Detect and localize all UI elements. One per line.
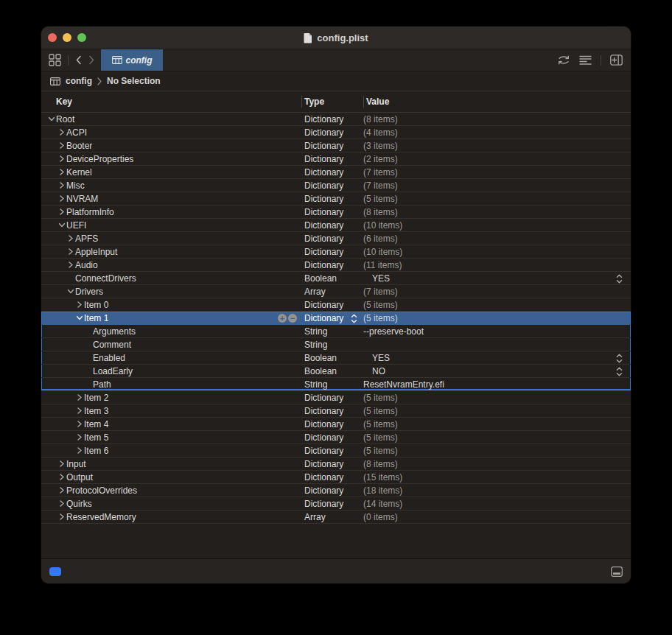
table-row-selected[interactable]: Item 1+−Dictionary(5 items)	[41, 312, 631, 325]
swap-editors-icon[interactable]	[557, 55, 570, 65]
table-row[interactable]: PathStringResetNvramEntry.efi	[41, 378, 631, 391]
disclosure-chevron-collapsed[interactable]	[57, 182, 66, 189]
row-value[interactable]: (3 items)	[363, 141, 398, 151]
row-value[interactable]: (8 items)	[363, 114, 398, 124]
row-type[interactable]: Dictionary	[304, 207, 343, 217]
row-type[interactable]: Dictionary	[304, 446, 343, 456]
row-type[interactable]: Dictionary	[304, 313, 343, 323]
disclosure-chevron-collapsed[interactable]	[75, 407, 84, 414]
column-divider[interactable]	[301, 96, 302, 108]
related-items-grid-icon[interactable]	[49, 54, 61, 66]
filter-accent-chip[interactable]	[49, 567, 61, 576]
row-value[interactable]: YES	[363, 353, 390, 363]
add-row-button[interactable]: +	[278, 314, 287, 323]
row-value[interactable]: (11 items)	[363, 260, 402, 270]
table-row[interactable]: ConnectDriversBooleanYES	[41, 272, 631, 285]
row-value[interactable]: (0 items)	[363, 512, 398, 522]
table-row[interactable]: CommentString	[41, 338, 631, 351]
disclosure-chevron-collapsed[interactable]	[57, 500, 66, 507]
row-type[interactable]: Dictionary	[304, 499, 343, 509]
disclosure-chevron-collapsed[interactable]	[57, 129, 66, 136]
table-row[interactable]: BooterDictionary(3 items)	[41, 139, 631, 152]
row-type[interactable]: Dictionary	[304, 432, 343, 443]
row-value[interactable]: (5 items)	[363, 432, 398, 443]
row-type[interactable]: Dictionary	[304, 114, 343, 124]
row-type[interactable]: Dictionary	[304, 167, 343, 178]
row-value[interactable]: (5 items)	[363, 406, 398, 416]
table-row[interactable]: DevicePropertiesDictionary(2 items)	[41, 152, 631, 166]
row-type[interactable]: Dictionary	[304, 154, 343, 164]
row-value[interactable]: NO	[363, 366, 385, 376]
row-value[interactable]: YES	[363, 273, 390, 284]
disclosure-chevron-expanded[interactable]	[66, 288, 75, 295]
row-value[interactable]: (7 items)	[363, 180, 398, 191]
table-row[interactable]: NVRAMDictionary(5 items)	[41, 192, 631, 206]
row-value[interactable]: (5 items)	[363, 313, 398, 323]
forward-chevron-icon[interactable]	[88, 55, 95, 65]
table-row[interactable]: PlatformInfoDictionary(8 items)	[41, 206, 631, 219]
row-value[interactable]: (5 items)	[363, 300, 398, 310]
row-value[interactable]: (8 items)	[363, 207, 398, 217]
bottom-panel-icon[interactable]	[611, 566, 623, 577]
disclosure-chevron-expanded[interactable]	[47, 116, 56, 122]
row-type[interactable]: String	[304, 326, 327, 337]
disclosure-chevron-collapsed[interactable]	[66, 248, 75, 255]
boolean-value-stepper-icon[interactable]	[616, 274, 623, 286]
row-type[interactable]: Dictionary	[304, 260, 343, 270]
row-value[interactable]: (2 items)	[363, 154, 398, 164]
table-row[interactable]: APFSDictionary(6 items)	[41, 232, 631, 245]
tab-config[interactable]: config	[101, 49, 163, 71]
table-row[interactable]: Item 0Dictionary(5 items)	[41, 298, 631, 312]
breadcrumb-selection[interactable]: No Selection	[107, 76, 161, 86]
disclosure-chevron-collapsed[interactable]	[57, 513, 66, 520]
disclosure-chevron-collapsed[interactable]	[75, 421, 84, 427]
breadcrumb-file[interactable]: config	[66, 76, 92, 86]
table-row[interactable]: ReservedMemoryArray(0 items)	[41, 511, 631, 524]
row-type[interactable]: Dictionary	[304, 141, 343, 151]
close-window-button[interactable]	[48, 33, 57, 42]
row-value[interactable]: (5 items)	[363, 194, 398, 204]
disclosure-chevron-collapsed[interactable]	[57, 474, 66, 480]
table-row[interactable]: LoadEarlyBooleanNO	[41, 365, 631, 378]
disclosure-chevron-collapsed[interactable]	[57, 155, 66, 162]
row-value[interactable]: (14 items)	[363, 499, 402, 509]
row-value[interactable]: (7 items)	[363, 287, 398, 297]
disclosure-chevron-collapsed[interactable]	[57, 460, 66, 467]
row-type[interactable]: Dictionary	[304, 234, 343, 244]
disclosure-chevron-collapsed[interactable]	[75, 447, 84, 454]
disclosure-chevron-collapsed[interactable]	[66, 235, 75, 242]
row-value[interactable]: (10 items)	[363, 220, 402, 231]
row-type[interactable]: Boolean	[304, 273, 337, 284]
row-value[interactable]: (5 items)	[363, 393, 398, 403]
disclosure-chevron-collapsed[interactable]	[75, 394, 84, 401]
row-type[interactable]: String	[304, 340, 327, 350]
disclosure-chevron-collapsed[interactable]	[57, 142, 66, 149]
row-type[interactable]: Dictionary	[304, 300, 343, 310]
row-type[interactable]: Dictionary	[304, 180, 343, 191]
editor-options-lines-icon[interactable]	[579, 55, 592, 65]
row-type[interactable]: Boolean	[304, 366, 337, 376]
table-row[interactable]: Item 3Dictionary(5 items)	[41, 404, 631, 418]
zoom-window-button[interactable]	[77, 33, 86, 42]
table-row[interactable]: Item 4Dictionary(5 items)	[41, 418, 631, 431]
minimize-window-button[interactable]	[63, 33, 71, 42]
row-value[interactable]: (7 items)	[363, 167, 398, 178]
row-type[interactable]: Array	[304, 512, 326, 522]
column-header-value[interactable]: Value	[366, 97, 389, 107]
table-row[interactable]: ACPIDictionary(4 items)	[41, 126, 631, 139]
disclosure-chevron-collapsed[interactable]	[57, 487, 66, 494]
row-type[interactable]: Boolean	[304, 353, 337, 363]
row-type[interactable]: Dictionary	[304, 485, 343, 496]
disclosure-chevron-collapsed[interactable]	[75, 434, 84, 441]
table-row[interactable]: ProtocolOverridesDictionary(18 items)	[41, 484, 631, 497]
disclosure-chevron-collapsed[interactable]	[57, 195, 66, 202]
row-type[interactable]: Dictionary	[304, 194, 343, 204]
disclosure-chevron-collapsed[interactable]	[66, 262, 75, 268]
column-header-key[interactable]: Key	[56, 97, 72, 107]
add-editor-icon[interactable]	[610, 55, 623, 66]
table-row[interactable]: QuirksDictionary(14 items)	[41, 497, 631, 511]
row-type[interactable]: String	[304, 379, 327, 390]
disclosure-chevron-collapsed[interactable]	[75, 301, 84, 308]
boolean-value-stepper-icon[interactable]	[616, 354, 623, 365]
column-header-type[interactable]: Type	[304, 97, 324, 107]
